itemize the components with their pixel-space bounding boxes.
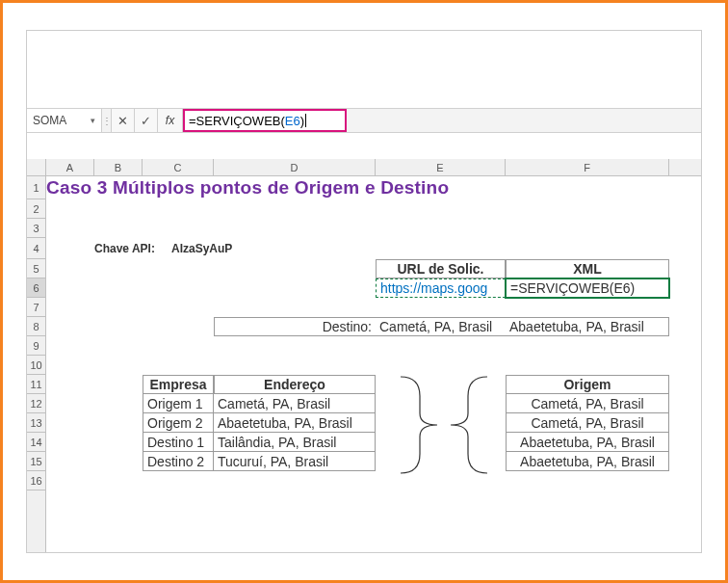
row-header[interactable]: 12 [27,394,45,413]
col-header-b[interactable]: B [94,159,143,175]
row-header[interactable]: 11 [27,375,45,394]
col-header-d[interactable]: D [214,159,376,175]
page-title: Caso 3 Múltiplos pontos de Origem e Dest… [46,176,663,199]
formula-text-pre: =SERVIÇOWEB( [189,114,285,128]
table-row: Abaetetuba, PA, Brasil [214,413,376,433]
text-cursor [305,114,306,127]
row-header[interactable]: 10 [27,356,45,375]
table1-header-endereco: Endereço [214,375,376,394]
origem-header: Origem [506,375,669,394]
formula-bar-separator: ⋮ [102,109,112,132]
origem-row: Abaetetuba, PA, Brasil [506,452,669,471]
formula-text-post: ) [300,114,304,128]
check-icon: ✓ [141,114,151,128]
cell-f6-active[interactable]: =SERVIÇOWEB(E6) [506,278,669,298]
row-header[interactable]: 13 [27,413,45,433]
col-header-f[interactable]: F [506,159,669,175]
table-row: Tailândia, PA, Brasil [214,433,376,452]
row-header[interactable]: 2 [27,199,45,219]
row-header[interactable]: 15 [27,452,45,471]
row-header[interactable]: 1 [27,176,45,199]
excel-window: SOMA ▾ ⋮ ✕ ✓ fx =SERVIÇOWEB(E6) A B [26,30,702,553]
row-header[interactable]: 5 [27,259,45,278]
row-header[interactable]: 3 [27,219,45,238]
xml-header: XML [506,259,669,278]
cell-e6[interactable]: https://maps.goog [376,278,506,298]
destino-2: Abaetetuba, PA, Brasil [506,317,669,336]
col-header-c[interactable]: C [143,159,214,175]
api-key-label: Chave API: [94,238,171,259]
origem-row: Abaetetuba, PA, Brasil [506,433,669,452]
formula-text-ref: E6 [285,114,300,128]
formula-input[interactable]: =SERVIÇOWEB(E6) [183,109,347,132]
table-row: Destino 1 [143,433,214,452]
x-icon: ✕ [117,114,128,128]
enter-button[interactable]: ✓ [135,109,158,132]
name-box[interactable]: SOMA ▾ [27,109,102,132]
fx-icon: fx [166,114,174,127]
table-row: Cametá, PA, Brasil [214,394,376,413]
col-header-a[interactable]: A [46,159,94,175]
destino-label: Destino: [214,317,376,336]
cells-container: Caso 3 Múltiplos pontos de Origem e Dest… [46,176,701,552]
row-header[interactable]: 9 [27,336,45,356]
image-frame: SOMA ▾ ⋮ ✕ ✓ fx =SERVIÇOWEB(E6) A B [0,0,728,583]
table1-header-empresa: Empresa [143,375,214,394]
formula-bar: SOMA ▾ ⋮ ✕ ✓ fx =SERVIÇOWEB(E6) [27,108,701,133]
origem-row: Cametá, PA, Brasil [506,394,669,413]
cancel-button[interactable]: ✕ [112,109,135,132]
table-row: Tucuruí, PA, Brasil [214,452,376,471]
table-row: Origem 2 [143,413,214,433]
spreadsheet-grid[interactable]: A B C D E F 1 2 3 4 5 6 7 8 9 10 11 12 1… [27,159,701,552]
table-row: Origem 1 [143,394,214,413]
row-header[interactable]: 4 [27,238,45,259]
brace-icon [391,375,497,475]
row-header[interactable]: 8 [27,317,45,336]
row-headers: 1 2 3 4 5 6 7 8 9 10 11 12 13 14 15 16 [27,176,46,552]
row-header[interactable]: 14 [27,433,45,452]
name-box-value: SOMA [33,114,66,127]
destino-1: Cametá, PA, Brasil [376,317,506,336]
row-header[interactable]: 7 [27,298,45,317]
row-header[interactable]: 16 [27,471,45,490]
table-row: Destino 2 [143,452,214,471]
row-header[interactable]: 6 [27,278,45,298]
url-header: URL de Solic. [376,259,506,278]
select-all-corner[interactable] [27,159,46,175]
column-headers: A B C D E F [27,159,701,176]
chevron-down-icon[interactable]: ▾ [88,116,97,125]
origem-row: Cametá, PA, Brasil [506,413,669,433]
api-key-value: AIzaSyAuP [171,238,306,259]
col-header-e[interactable]: E [376,159,506,175]
insert-function-button[interactable]: fx [158,109,183,132]
